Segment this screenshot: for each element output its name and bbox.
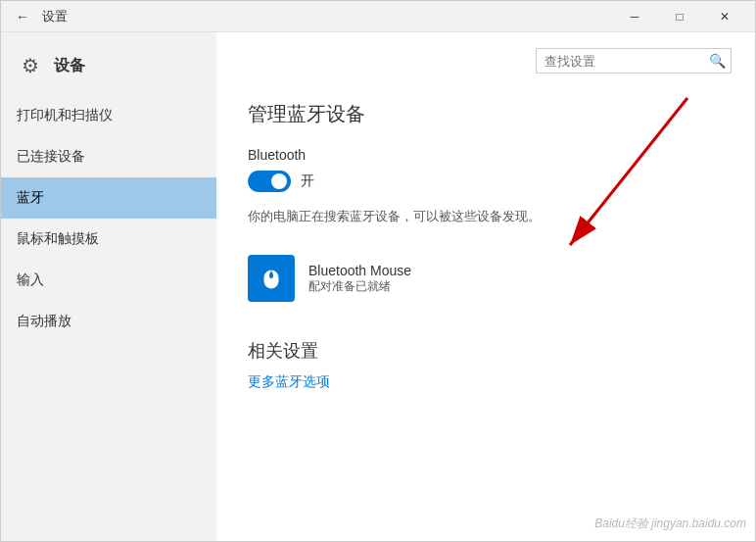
- content-area: 🔍 管理蓝牙设备 Bluetooth 开 你的电脑正在搜索蓝牙设备，可以被这些设…: [216, 32, 755, 541]
- window-controls: ─ □ ✕: [612, 1, 747, 32]
- sidebar-title: 设备: [54, 56, 85, 76]
- related-section: 相关设置 更多蓝牙选项: [248, 339, 724, 391]
- search-box[interactable]: 🔍: [536, 48, 732, 74]
- device-icon: [248, 255, 295, 302]
- maximize-button[interactable]: □: [657, 1, 702, 32]
- sidebar-item-autoplay[interactable]: 自动播放: [1, 301, 216, 342]
- sidebar-item-bluetooth[interactable]: 蓝牙: [1, 177, 216, 219]
- minimize-button[interactable]: ─: [612, 1, 657, 32]
- content-header: 🔍: [216, 32, 755, 81]
- back-icon: ←: [16, 9, 29, 25]
- sidebar: ⚙ 设备 打印机和扫描仪 已连接设备 蓝牙 鼠标和触摸板 输入 自动播放: [1, 32, 216, 541]
- mouse-svg-icon: [256, 263, 287, 294]
- section-title: 管理蓝牙设备: [248, 101, 724, 127]
- window-title: 设置: [42, 8, 68, 25]
- content-body: 管理蓝牙设备 Bluetooth 开 你的电脑正在搜索蓝牙设备，可以被这些设备发…: [216, 81, 755, 541]
- gear-icon: ⚙: [17, 52, 44, 79]
- device-item[interactable]: Bluetooth Mouse 配对准备已就绪: [248, 245, 724, 312]
- sidebar-item-connected-label: 已连接设备: [17, 148, 85, 166]
- toggle-state-label: 开: [301, 172, 314, 190]
- bluetooth-label: Bluetooth: [248, 147, 724, 163]
- bluetooth-toggle[interactable]: [248, 171, 291, 192]
- close-button[interactable]: ✕: [702, 1, 747, 32]
- watermark: Baidu经验 jingyan.baidu.com: [594, 516, 746, 532]
- sidebar-item-connected[interactable]: 已连接设备: [1, 136, 216, 177]
- toggle-row: 开: [248, 171, 724, 192]
- search-icon: 🔍: [709, 53, 726, 69]
- main-layout: ⚙ 设备 打印机和扫描仪 已连接设备 蓝牙 鼠标和触摸板 输入 自动播放: [1, 32, 755, 541]
- titlebar: ← 设置 ─ □ ✕: [1, 1, 755, 32]
- sidebar-item-autoplay-label: 自动播放: [17, 313, 71, 330]
- sidebar-item-print[interactable]: 打印机和扫描仪: [1, 95, 216, 136]
- toggle-knob: [271, 173, 287, 189]
- sidebar-item-mouse-label: 鼠标和触摸板: [17, 230, 99, 248]
- sidebar-item-print-label: 打印机和扫描仪: [17, 107, 113, 124]
- sidebar-item-bluetooth-label: 蓝牙: [17, 189, 44, 207]
- search-input[interactable]: [544, 54, 709, 69]
- svg-point-2: [269, 272, 273, 278]
- device-status: 配对准备已就绪: [308, 278, 411, 295]
- more-bluetooth-link[interactable]: 更多蓝牙选项: [248, 373, 330, 389]
- status-text: 你的电脑正在搜索蓝牙设备，可以被这些设备发现。: [248, 208, 724, 225]
- back-button[interactable]: ←: [9, 3, 36, 30]
- related-title: 相关设置: [248, 339, 724, 363]
- device-name: Bluetooth Mouse: [308, 263, 411, 278]
- window: ← 设置 ─ □ ✕ ⚙ 设备 打印机和扫描仪 已连接设备 蓝牙: [0, 0, 756, 542]
- sidebar-item-mouse[interactable]: 鼠标和触摸板: [1, 219, 216, 260]
- device-info: Bluetooth Mouse 配对准备已就绪: [308, 263, 411, 295]
- sidebar-item-input-label: 输入: [17, 271, 44, 289]
- sidebar-item-input[interactable]: 输入: [1, 260, 216, 301]
- sidebar-header: ⚙ 设备: [1, 42, 216, 95]
